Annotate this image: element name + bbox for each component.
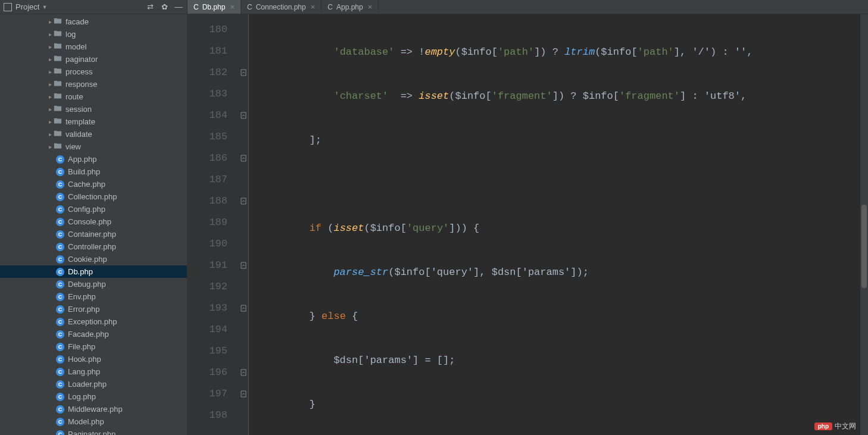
folder-icon (54, 42, 62, 52)
folder-icon (54, 54, 62, 64)
tree-folder[interactable]: ▸log (0, 28, 187, 40)
chevron-right-icon: ▸ (46, 31, 54, 37)
tree-label: Log.php (68, 392, 96, 401)
fold-marker[interactable] (238, 298, 248, 319)
dropdown-icon[interactable]: ▼ (42, 4, 47, 10)
line-number: 185 (188, 126, 227, 148)
tree-file[interactable]: CController.php (0, 240, 187, 253)
tree-label: validate (65, 130, 92, 139)
tree-file[interactable]: CLoader.php (0, 378, 187, 390)
fold-marker (238, 319, 248, 340)
folder-icon (54, 29, 62, 39)
code-area[interactable]: 'database' => !empty($info['path']) ? lt… (249, 14, 868, 435)
tree-file[interactable]: CError.php (0, 303, 187, 315)
tree-file[interactable]: CEnv.php (0, 290, 187, 303)
project-tree[interactable]: ▸facade▸log▸model▸paginator▸process▸resp… (0, 14, 187, 435)
tree-label: File.php (68, 342, 95, 351)
php-file-icon: C (56, 318, 64, 326)
fold-marker[interactable] (238, 148, 248, 169)
line-number: 192 (188, 276, 227, 298)
php-file-icon: C (56, 293, 64, 301)
gear-icon[interactable]: ✿ (160, 2, 169, 12)
fold-marker (238, 212, 248, 233)
tree-file[interactable]: CFacade.php (0, 328, 187, 340)
fold-marker (238, 233, 248, 255)
fold-marker[interactable] (238, 255, 248, 276)
tree-folder[interactable]: ▸route (0, 90, 187, 103)
line-number: 198 (188, 405, 227, 426)
folder-icon (54, 117, 62, 127)
tree-file[interactable]: CApp.php (0, 153, 187, 165)
tree-folder[interactable]: ▸process (0, 65, 187, 78)
tree-folder[interactable]: ▸response (0, 78, 187, 90)
watermark-badge: php (814, 423, 832, 430)
close-icon[interactable]: × (368, 2, 373, 11)
code-editor[interactable]: 1801811821831841851861871881891901911921… (188, 14, 868, 435)
tree-file[interactable]: CMiddleware.php (0, 403, 187, 415)
folder-icon (54, 142, 62, 152)
tree-folder[interactable]: ▸view (0, 140, 187, 153)
minimize-icon[interactable]: — (174, 2, 183, 12)
close-icon[interactable]: × (230, 2, 235, 11)
php-file-icon: C (56, 243, 64, 251)
editor-tab[interactable]: CConnection.php× (241, 0, 321, 14)
tree-file[interactable]: CConfig.php (0, 203, 187, 215)
tree-label: Db.php (68, 267, 93, 276)
scrollbar-thumb[interactable] (861, 205, 867, 288)
line-number: 196 (188, 362, 227, 383)
tree-folder[interactable]: ▸model (0, 40, 187, 53)
tree-label: session (65, 105, 92, 114)
tree-file[interactable]: CFile.php (0, 340, 187, 353)
fold-marker[interactable] (238, 362, 248, 383)
tree-file[interactable]: CLang.php (0, 365, 187, 378)
php-file-icon: C (56, 405, 64, 414)
vertical-scrollbar[interactable] (860, 14, 868, 435)
fold-marker[interactable] (238, 105, 248, 126)
tree-file[interactable]: CCookie.php (0, 253, 187, 265)
tree-file[interactable]: CLog.php (0, 390, 187, 403)
fold-marker[interactable] (238, 190, 248, 212)
tree-file[interactable]: CModel.php (0, 415, 187, 428)
php-file-icon: C (193, 3, 199, 11)
php-file-icon: C (56, 280, 64, 289)
tree-file[interactable]: CCache.php (0, 178, 187, 190)
tree-file[interactable]: CException.php (0, 315, 187, 328)
scroll-from-source-icon[interactable]: ⇄ (145, 2, 155, 12)
tree-file[interactable]: CConsole.php (0, 215, 187, 228)
line-number: 195 (188, 340, 227, 362)
tree-folder[interactable]: ▸validate (0, 128, 187, 140)
php-file-icon: C (56, 343, 64, 351)
project-title[interactable]: Project (15, 2, 39, 11)
close-icon[interactable]: × (311, 2, 316, 11)
tree-folder[interactable]: ▸paginator (0, 53, 187, 65)
php-file-icon: C (327, 3, 333, 11)
tree-file[interactable]: CCollection.php (0, 190, 187, 203)
fold-marker[interactable] (238, 383, 248, 405)
tree-file[interactable]: CPaginator.php (0, 428, 187, 435)
php-file-icon: C (56, 355, 64, 364)
line-number: 184 (188, 105, 227, 126)
tree-file[interactable]: CHook.php (0, 353, 187, 365)
php-file-icon: C (247, 3, 252, 11)
tree-label: Lang.php (68, 367, 100, 376)
tree-file[interactable]: CContainer.php (0, 228, 187, 240)
folder-icon (54, 92, 62, 102)
chevron-right-icon: ▸ (46, 106, 54, 112)
tree-label: Error.php (68, 305, 99, 314)
fold-column (238, 14, 249, 435)
tree-file[interactable]: CBuild.php (0, 165, 187, 178)
fold-marker[interactable] (238, 62, 248, 83)
tree-label: Env.php (68, 292, 96, 301)
tree-folder[interactable]: ▸template (0, 115, 187, 128)
editor-tab[interactable]: CApp.php× (321, 0, 379, 14)
tree-folder[interactable]: ▸session (0, 103, 187, 115)
tree-file[interactable]: CDebug.php (0, 278, 187, 290)
folder-icon (54, 79, 62, 89)
tree-folder[interactable]: ▸facade (0, 15, 187, 28)
editor-tab[interactable]: CDb.php× (188, 0, 241, 14)
fold-marker (238, 340, 248, 362)
php-file-icon: C (56, 330, 64, 339)
tree-file[interactable]: CDb.php (0, 265, 187, 278)
chevron-right-icon: ▸ (46, 118, 54, 125)
line-number: 183 (188, 83, 227, 105)
